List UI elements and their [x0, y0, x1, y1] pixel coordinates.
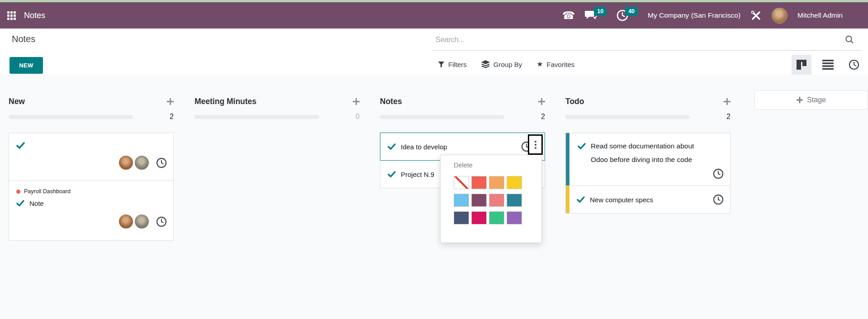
card-title: Read some documentation about Odoo befor…: [591, 139, 712, 167]
user-avatar[interactable]: [772, 8, 787, 24]
top-navbar: Notes ☎ 10 40: [0, 2, 868, 29]
card-options-kebab-button[interactable]: [528, 134, 543, 155]
activity-view-button[interactable]: [844, 55, 864, 75]
check-icon: [388, 171, 396, 178]
favorites-label: Favorites: [547, 61, 575, 68]
search-icon[interactable]: [844, 35, 854, 45]
color-swatch[interactable]: [471, 176, 487, 189]
card-title: Idea to develop: [401, 143, 447, 151]
page-title: Notes: [12, 34, 35, 44]
view-switcher: [792, 55, 864, 75]
star-icon: ★: [536, 61, 543, 68]
column-count: 2: [717, 113, 730, 121]
favorites-button[interactable]: ★ Favorites: [536, 61, 574, 68]
search-options-row: Filters Group By ★ Favorites: [438, 60, 574, 68]
card-title: Note: [29, 200, 44, 207]
control-panel: Notes NEW Filters: [0, 29, 868, 75]
card-options-dropdown: Delete: [440, 155, 542, 243]
activity-clock-icon[interactable]: [713, 168, 724, 179]
color-swatch[interactable]: [454, 211, 469, 224]
kanban-column-meeting-minutes: Meeting Minutes 0: [194, 93, 360, 120]
debug-tools-icon[interactable]: [750, 10, 762, 21]
list-view-button[interactable]: [818, 55, 838, 75]
column-count: 2: [531, 113, 545, 121]
activity-clock-icon[interactable]: [713, 194, 724, 205]
card-color-bar: [566, 186, 569, 213]
messages-count-badge: 10: [594, 7, 607, 16]
filter-funnel-icon: [438, 61, 445, 68]
notes-app-screen: Notes ☎ 10 40: [0, 0, 868, 319]
kanban-card[interactable]: Read some documentation about Odoo befor…: [565, 133, 730, 186]
kanban-card[interactable]: New computer specs: [565, 186, 730, 214]
filters-label: Filters: [448, 61, 467, 68]
color-swatch[interactable]: [489, 176, 504, 189]
kanban-view-button[interactable]: [792, 55, 811, 75]
add-card-icon[interactable]: [538, 98, 545, 105]
user-menu[interactable]: Mitchell Admin: [797, 11, 843, 19]
kanban-board: New 2: [0, 75, 868, 319]
add-card-icon[interactable]: [353, 98, 360, 105]
tag-dot: [16, 190, 20, 194]
card-title: New computer specs: [590, 196, 653, 204]
add-stage-button[interactable]: Stage: [754, 90, 868, 110]
check-icon: [388, 143, 396, 150]
column-progressbar[interactable]: [565, 115, 690, 119]
search-input[interactable]: [432, 36, 844, 44]
add-card-icon[interactable]: [167, 98, 174, 105]
card-color-bar: [566, 133, 569, 186]
color-palette: [454, 176, 541, 224]
color-swatch[interactable]: [454, 194, 469, 207]
column-progressbar[interactable]: [9, 115, 133, 119]
avatar[interactable]: [119, 156, 133, 170]
color-swatch[interactable]: [507, 194, 522, 207]
voip-phone-icon[interactable]: ☎: [562, 10, 575, 21]
group-by-button[interactable]: Group By: [481, 60, 522, 68]
color-swatch[interactable]: [471, 211, 487, 224]
new-button[interactable]: NEW: [9, 57, 43, 74]
column-count: 0: [346, 113, 360, 121]
check-icon: [578, 143, 586, 150]
apps-grid-icon[interactable]: [7, 11, 16, 20]
activity-clock-icon[interactable]: [156, 157, 167, 168]
color-swatch-none[interactable]: [454, 176, 469, 189]
layers-icon: [481, 60, 490, 68]
avatar[interactable]: [119, 214, 133, 229]
column-count: 2: [160, 113, 174, 121]
activities-count-badge: 40: [625, 7, 638, 16]
kanban-card[interactable]: Payroll Dashboard Note: [9, 181, 174, 241]
color-swatch[interactable]: [471, 194, 487, 207]
add-card-icon[interactable]: [724, 98, 730, 105]
column-title[interactable]: Todo: [565, 97, 584, 106]
filters-button[interactable]: Filters: [438, 61, 467, 68]
add-stage-label: Stage: [807, 96, 826, 104]
group-by-label: Group By: [493, 61, 522, 68]
check-icon: [16, 142, 167, 149]
card-title: Project N.9: [401, 171, 434, 178]
column-title[interactable]: Meeting Minutes: [194, 97, 256, 106]
search-bar: [432, 29, 861, 51]
color-swatch[interactable]: [507, 211, 522, 224]
column-progressbar[interactable]: [194, 115, 319, 119]
company-switcher[interactable]: My Company (San Francisco): [648, 11, 740, 19]
kanban-column-new: New 2: [9, 93, 174, 241]
column-progressbar[interactable]: [380, 115, 504, 119]
color-swatch[interactable]: [489, 194, 504, 207]
avatar[interactable]: [135, 156, 149, 170]
column-title[interactable]: New: [9, 97, 25, 106]
kanban-column-todo: Todo 2 Read some documentation about Odo…: [565, 93, 730, 214]
check-icon: [16, 200, 24, 207]
avatar[interactable]: [135, 214, 149, 229]
color-swatch[interactable]: [489, 211, 504, 224]
column-title[interactable]: Notes: [380, 97, 402, 106]
plus-icon: [797, 97, 803, 103]
color-swatch[interactable]: [507, 176, 522, 189]
app-title[interactable]: Notes: [24, 11, 45, 20]
kanban-card[interactable]: [9, 133, 174, 181]
delete-menu-item[interactable]: Delete: [454, 162, 541, 169]
activity-clock-icon[interactable]: [156, 216, 167, 227]
tag-label: Payroll Dashboard: [24, 188, 71, 195]
check-icon: [577, 196, 585, 203]
